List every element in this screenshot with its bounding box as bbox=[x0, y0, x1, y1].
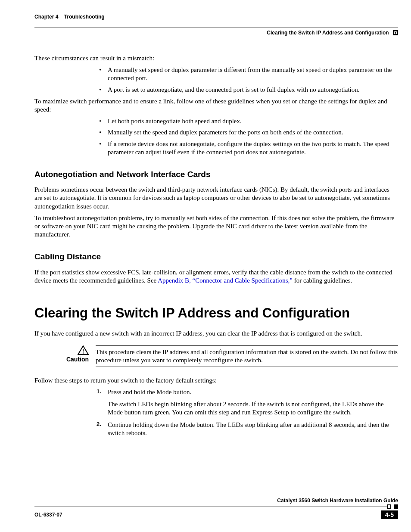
list-item: Let both ports autonegotiate both speed … bbox=[96, 117, 398, 125]
list-item: A port is set to autonegotiate, and the … bbox=[96, 86, 398, 94]
subheading-autonegotiation: Autonegotiation and Network Interface Ca… bbox=[34, 169, 398, 180]
footer-marker-icon bbox=[387, 504, 391, 509]
chapter-title: Troubleshooting bbox=[64, 14, 105, 20]
main-p1: If you have configured a new switch with… bbox=[34, 330, 398, 338]
steps-list: Press and hold the Mode button. The swit… bbox=[34, 388, 398, 437]
list-item: If a remote device does not autonegotiat… bbox=[96, 140, 398, 156]
sec1-p2: To troubleshoot autonegotiation problems… bbox=[34, 214, 398, 239]
intro-mid: To maximize switch performance and to en… bbox=[34, 97, 398, 114]
sec2-p: If the port statistics show excessive FC… bbox=[34, 268, 398, 285]
mismatch-list: A manually set speed or duplex parameter… bbox=[34, 66, 398, 94]
svg-point-2 bbox=[83, 352, 84, 354]
caution-text: This procedure clears the IP address and… bbox=[96, 345, 398, 367]
sec2-text-post: for cabling guidelines. bbox=[293, 277, 352, 284]
step-2: Continue holding down the Mode button. T… bbox=[96, 421, 398, 437]
sec1-p1: Problems sometimes occur between the swi… bbox=[34, 186, 398, 211]
page-number-badge: 4-5 bbox=[381, 510, 398, 519]
step-text: Continue holding down the Mode button. T… bbox=[108, 421, 389, 436]
main-p2: Follow these steps to return your switch… bbox=[34, 376, 398, 385]
page-body: These circumstances can result in a mism… bbox=[34, 54, 398, 442]
footer-docnum: OL-6337-07 bbox=[34, 512, 62, 518]
step-text: Press and hold the Mode button. bbox=[108, 389, 191, 395]
list-item: A manually set speed or duplex parameter… bbox=[96, 66, 398, 82]
step-1: Press and hold the Mode button. The swit… bbox=[96, 388, 398, 417]
main-heading: Clearing the Switch IP Address and Confi… bbox=[34, 305, 398, 322]
chapter-label: Chapter 4 bbox=[34, 14, 58, 20]
footer-marker-icon bbox=[394, 504, 398, 509]
header-marker-icon bbox=[393, 30, 398, 35]
appendix-link[interactable]: Appendix B, “Connector and Cable Specifi… bbox=[158, 277, 293, 284]
header-section-title: Clearing the Switch IP Address and Confi… bbox=[267, 30, 389, 36]
subheading-cabling: Cabling Distance bbox=[34, 252, 398, 262]
caution-icon bbox=[78, 345, 89, 355]
page-footer: Catalyst 3560 Switch Hardware Installati… bbox=[34, 498, 398, 519]
step-subtext: The switch LEDs begin blinking after abo… bbox=[108, 400, 398, 417]
intro-lead: These circumstances can result in a mism… bbox=[34, 54, 398, 62]
page-header: Chapter 4 Troubleshooting Clearing the S… bbox=[34, 14, 398, 36]
footer-guide-title: Catalyst 3560 Switch Hardware Installati… bbox=[277, 498, 398, 504]
list-item: Manually set the speed and duplex parame… bbox=[96, 128, 398, 137]
caution-block: Caution This procedure clears the IP add… bbox=[34, 345, 398, 367]
caution-label: Caution bbox=[34, 356, 89, 364]
guidelines-list: Let both ports autonegotiate both speed … bbox=[34, 117, 398, 156]
